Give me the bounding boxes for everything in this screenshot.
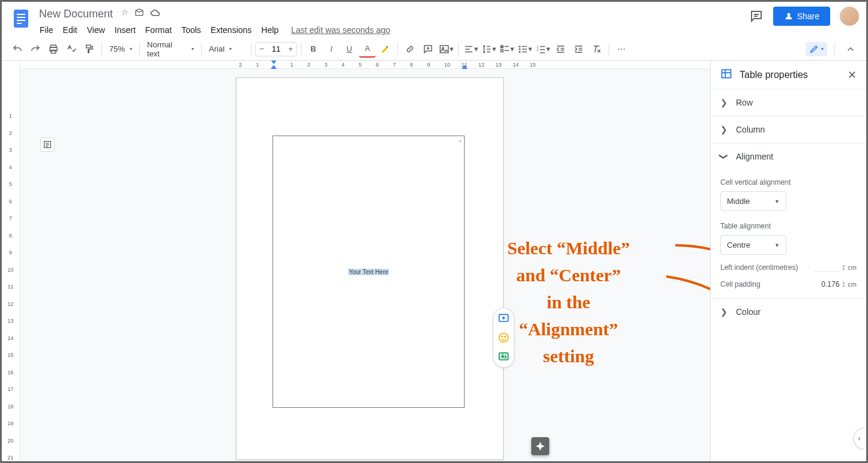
document-outline-button[interactable] — [40, 137, 55, 152]
ruler-tick: 7 — [2, 215, 19, 221]
checklist-button[interactable]: ▾ — [498, 41, 515, 58]
cloud-status-icon[interactable] — [150, 8, 161, 20]
increase-indent-button[interactable] — [570, 41, 587, 58]
highlight-button[interactable] — [377, 41, 394, 58]
ruler-tick: 2 — [2, 130, 19, 136]
svg-rect-29 — [522, 51, 526, 52]
italic-button[interactable]: I — [323, 41, 340, 58]
menu-format[interactable]: Format — [141, 23, 176, 37]
left-indent-input — [815, 263, 839, 272]
svg-point-54 — [502, 336, 503, 338]
font-size-input[interactable] — [268, 43, 285, 56]
undo-button[interactable] — [9, 41, 26, 58]
ruler-tick: 9 — [2, 249, 19, 255]
ruler-tick: 1 — [2, 113, 19, 119]
paint-format-button[interactable] — [81, 41, 98, 58]
annotation-line: “Alignment” — [507, 315, 630, 342]
align-button[interactable]: ▾ — [462, 41, 479, 58]
ruler-tick: 13 — [2, 318, 19, 324]
ruler-tick: 12 — [2, 301, 19, 307]
comments-history-icon[interactable] — [749, 9, 764, 23]
menu-file[interactable]: File — [35, 23, 58, 37]
docs-logo[interactable] — [9, 7, 33, 31]
unit-label: cm — [848, 281, 857, 288]
explore-button[interactable] — [531, 437, 549, 455]
hide-menus-button[interactable] — [842, 41, 859, 58]
font-size-increase[interactable]: + — [285, 43, 297, 56]
annotation-line: and “Center” — [507, 261, 630, 288]
cell-handle-icon[interactable]: ▾ — [459, 139, 462, 144]
cell-text-selection[interactable]: Your Text Here — [348, 269, 389, 275]
cell-padding-input[interactable] — [810, 280, 839, 288]
font-size-group: − + — [255, 42, 297, 56]
ruler-tick: 4 — [2, 164, 19, 170]
numbered-list-button[interactable]: 12▾ — [534, 41, 551, 58]
print-button[interactable] — [45, 41, 62, 58]
cell-vertical-alignment-label: Cell vertical alignment — [720, 178, 857, 187]
stepper-icon[interactable]: ▲▼ — [842, 281, 845, 288]
document-title[interactable]: New Document — [35, 7, 116, 22]
redo-button[interactable] — [27, 41, 44, 58]
menu-insert[interactable]: Insert — [110, 23, 140, 37]
bullet-list-button[interactable]: ▾ — [516, 41, 533, 58]
menu-edit[interactable]: Edit — [59, 23, 82, 37]
ruler-tick: 10 — [444, 62, 450, 68]
menu-tools[interactable]: Tools — [177, 23, 205, 37]
section-alignment-label: Alignment — [736, 152, 773, 161]
move-icon[interactable] — [134, 8, 144, 20]
table-alignment-select[interactable]: Centre ▼ — [720, 235, 786, 255]
ruler-tick: 17 — [2, 386, 19, 392]
style-select[interactable]: Normal text — [143, 38, 197, 61]
ruler-tick: 6 — [2, 199, 19, 205]
table-alignment-value: Centre — [727, 240, 750, 249]
document-page[interactable]: ▾ Your Text Here — [236, 77, 504, 460]
ruler-tick: 4 — [342, 62, 345, 68]
ruler-tick: 8 — [410, 62, 413, 68]
zoom-select[interactable]: 75% — [106, 42, 136, 56]
ruler-tick: 10 — [2, 267, 19, 273]
last-edit-link[interactable]: Last edit was seconds ago — [291, 25, 390, 35]
share-button[interactable]: Share — [773, 7, 830, 26]
editing-mode-button[interactable]: ▾ — [806, 42, 827, 56]
svg-rect-3 — [17, 20, 25, 21]
svg-point-24 — [519, 46, 520, 47]
star-icon[interactable]: ☆ — [121, 8, 128, 20]
section-column-label: Column — [736, 125, 765, 134]
spellcheck-button[interactable] — [63, 41, 80, 58]
underline-button[interactable]: U — [341, 41, 358, 58]
section-colour-header[interactable]: ❯ Colour — [711, 299, 866, 325]
ruler-tick: 6 — [376, 62, 379, 68]
section-alignment-header[interactable]: ❯ Alignment — [711, 143, 866, 170]
menu-view[interactable]: View — [83, 23, 109, 37]
more-button[interactable]: ⋯ — [613, 41, 630, 58]
table-cell[interactable]: ▾ Your Text Here — [273, 136, 465, 408]
app-header: New Document ☆ File Edit View Insert For… — [2, 2, 866, 38]
insert-image-button[interactable]: ▾ — [438, 41, 454, 58]
annotation-arrow-icon — [674, 239, 710, 263]
user-avatar[interactable] — [840, 7, 859, 26]
close-panel-button[interactable]: ✕ — [848, 68, 857, 82]
add-comment-button[interactable] — [420, 41, 436, 58]
svg-rect-28 — [522, 49, 526, 50]
section-row-header[interactable]: ❯ Row — [711, 89, 866, 116]
panel-title: Table properties — [740, 70, 840, 80]
font-select[interactable]: Arial — [205, 42, 247, 56]
cell-vertical-alignment-select[interactable]: Middle ▼ — [720, 191, 786, 211]
line-spacing-button[interactable]: ▾ — [480, 41, 497, 58]
text-color-button[interactable]: A — [359, 41, 376, 58]
menu-extensions[interactable]: Extensions — [206, 23, 256, 37]
horizontal-ruler: 21123456789101112131415 — [20, 61, 710, 69]
table-icon — [720, 68, 732, 82]
alignment-content: Cell vertical alignment Middle ▼ Table a… — [711, 170, 866, 298]
decrease-indent-button[interactable] — [552, 41, 569, 58]
chevron-down-icon: ❯ — [719, 153, 729, 160]
clear-formatting-button[interactable] — [588, 41, 605, 58]
vertical-ruler: 12345678910111213141516171819202122 — [2, 61, 20, 461]
svg-marker-59 — [536, 442, 545, 451]
cell-vertical-alignment-value: Middle — [727, 197, 750, 206]
insert-link-button[interactable] — [402, 41, 418, 58]
section-column-header[interactable]: ❯ Column — [711, 116, 866, 143]
menu-help[interactable]: Help — [257, 23, 283, 37]
font-size-decrease[interactable]: − — [256, 43, 268, 56]
bold-button[interactable]: B — [305, 41, 322, 58]
